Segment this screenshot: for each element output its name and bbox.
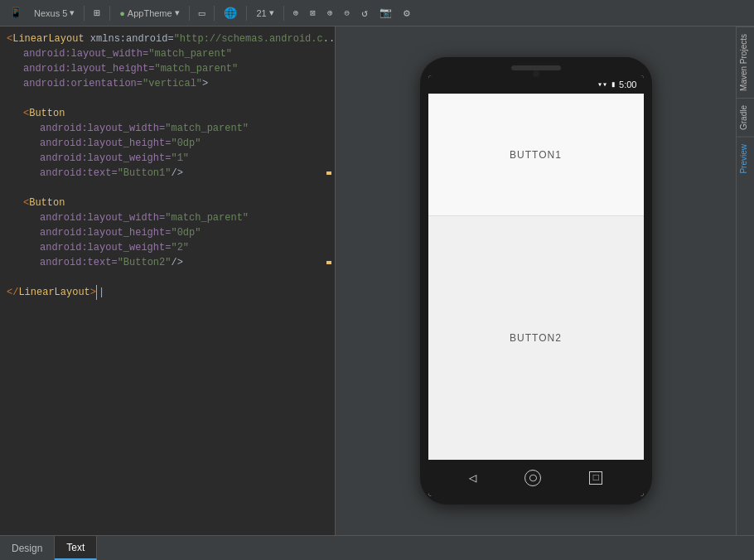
code-line: android:layout_width="match_parent": [0, 210, 335, 225]
sep2: [109, 6, 110, 21]
zoom-in-btn[interactable]: ⊕: [323, 5, 337, 21]
code-line: android:layout_height="0dp": [0, 225, 335, 240]
api-selector[interactable]: 21 ▾: [252, 6, 278, 20]
phone-status-bar: ▾▾ ▮ 5:00: [428, 75, 644, 94]
phone-button1: BUTTON1: [428, 94, 644, 216]
sep5: [246, 6, 247, 21]
status-time: 5:00: [619, 80, 636, 89]
main-area: <LinearLayout xmlns:android="http://sche…: [0, 27, 754, 535]
design-tab-label: Design: [12, 543, 42, 554]
sep3: [189, 6, 190, 21]
refresh-btn[interactable]: ↺: [357, 4, 372, 22]
maven-projects-tab[interactable]: Maven Projects: [737, 27, 754, 98]
preview-area: ▾▾ ▮ 5:00 BUTTON1 BUTTON2 ◁ ○: [336, 27, 736, 535]
right-panels: Maven Projects Gradle Preview: [736, 27, 754, 535]
bottom-tabs: Design Text: [0, 535, 754, 560]
code-line: android:orientation="vertical">: [0, 76, 335, 91]
sep6: [283, 6, 284, 21]
nav-home-icon: ○: [524, 470, 541, 486]
device-selector[interactable]: Nexus 5 ▾: [30, 6, 79, 20]
theme-label: AppTheme: [128, 8, 172, 18]
phone-button2: BUTTON2: [428, 216, 644, 460]
code-editor[interactable]: <LinearLayout xmlns:android="http://sche…: [0, 27, 336, 535]
toolbar-phone-icon[interactable]: 📱: [5, 4, 27, 22]
camera-btn[interactable]: 📷: [375, 4, 396, 22]
sep1: [84, 6, 85, 21]
theme-chevron: ▾: [175, 7, 180, 18]
gradle-tab[interactable]: Gradle: [737, 98, 754, 137]
settings-btn[interactable]: ⚙: [399, 4, 414, 22]
device-chevron: ▾: [70, 7, 75, 18]
preview-tab[interactable]: Preview: [737, 137, 754, 181]
theme-selector[interactable]: ● AppTheme ▾: [115, 6, 183, 20]
zoom-actual-btn[interactable]: ⊕: [289, 5, 303, 21]
code-line: android:layout_weight="2": [0, 240, 335, 255]
text-tab[interactable]: Text: [55, 536, 97, 560]
toolbar-layout-icon[interactable]: ⊞: [89, 4, 104, 22]
code-line: android:text="Button1"/>: [0, 166, 335, 181]
zoom-fit-btn[interactable]: ⊠: [306, 5, 320, 21]
code-line: <Button: [0, 106, 335, 121]
code-line: [0, 270, 335, 285]
code-line: android:text="Button2"/>: [0, 255, 335, 270]
code-line: [0, 91, 335, 106]
device-label: Nexus 5: [34, 8, 67, 18]
wifi-icon: ▾▾: [597, 80, 607, 89]
code-line: android:layout_height="0dp": [0, 136, 335, 151]
code-line: android:layout_width="match_parent": [0, 46, 335, 61]
code-line: android:layout_width="match_parent": [0, 121, 335, 136]
code-line: android:layout_height="match_parent": [0, 61, 335, 76]
code-line: [0, 181, 335, 196]
phone-mockup: ▾▾ ▮ 5:00 BUTTON1 BUTTON2 ◁ ○: [420, 57, 652, 504]
button1-label: BUTTON1: [510, 149, 562, 161]
phone-camera: [533, 70, 539, 77]
code-marker: [326, 171, 331, 175]
api-label: 21: [256, 8, 266, 18]
button2-label: BUTTON2: [510, 332, 562, 344]
code-line: <Button: [0, 196, 335, 210]
code-line: android:layout_weight="1": [0, 151, 335, 166]
nav-recents-icon: □: [589, 471, 602, 485]
theme-dot: ●: [119, 8, 125, 18]
code-marker: [326, 261, 331, 264]
code-line: <LinearLayout xmlns:android="http://sche…: [0, 31, 335, 46]
sep4: [214, 6, 215, 21]
text-tab-label: Text: [66, 542, 85, 553]
api-chevron: ▾: [269, 7, 274, 18]
main-toolbar: 📱 Nexus 5 ▾ ⊞ ● AppTheme ▾ ▭ 🌐 21 ▾ ⊕ ⊠ …: [0, 0, 754, 27]
toolbar-orient-icon[interactable]: ▭: [195, 4, 210, 22]
phone-nav-bar: ◁ ○ □: [428, 460, 644, 496]
phone-screen: ▾▾ ▮ 5:00 BUTTON1 BUTTON2 ◁ ○: [428, 75, 644, 496]
code-line: </LinearLayout>|: [0, 285, 335, 300]
nav-back-icon: ◁: [469, 470, 477, 486]
battery-icon: ▮: [611, 80, 616, 89]
toolbar-locale-icon[interactable]: 🌐: [220, 4, 241, 22]
design-tab[interactable]: Design: [0, 536, 55, 560]
phone-content: BUTTON1 BUTTON2: [428, 94, 644, 460]
zoom-out-btn[interactable]: ⊖: [341, 5, 355, 21]
